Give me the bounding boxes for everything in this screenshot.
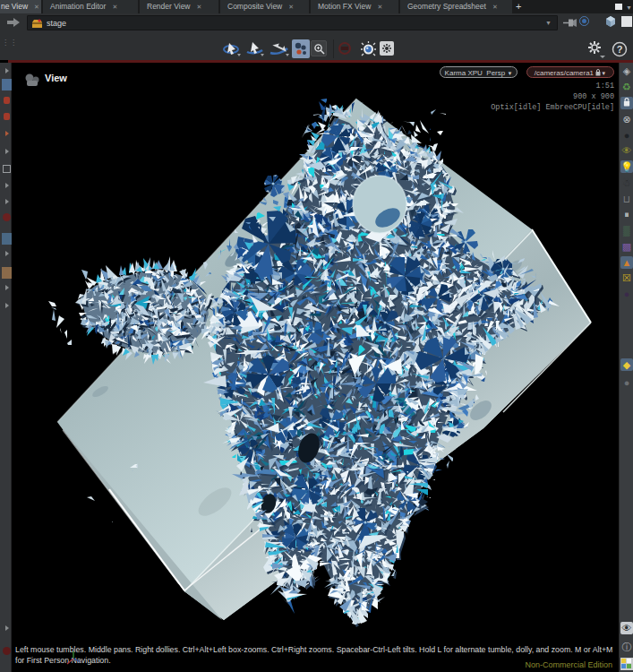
svg-text:?: ? xyxy=(617,44,623,55)
